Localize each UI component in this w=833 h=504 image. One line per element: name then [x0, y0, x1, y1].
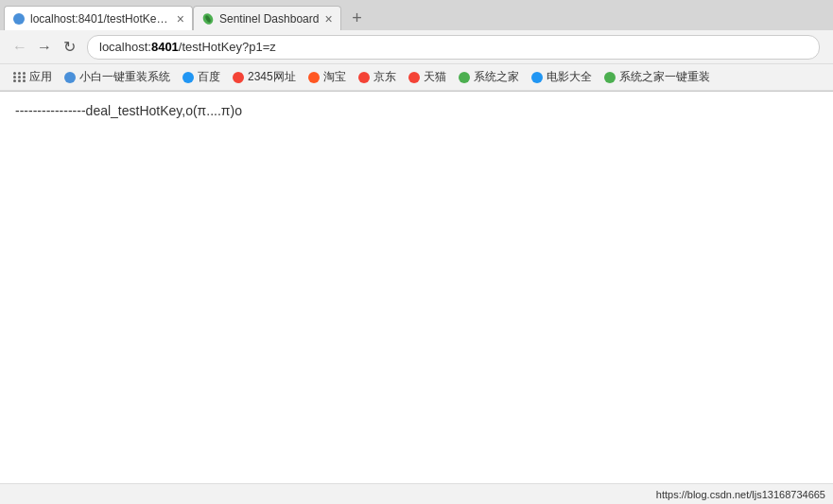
nav-bar: ← → ↻ localhost:8401/testHotKey?p1=z: [0, 30, 833, 64]
bookmark-syszhijia2-icon: [603, 71, 616, 84]
bookmark-xiaobai-icon: [63, 71, 77, 84]
page-main-text: ----------------deal_testHotKey,o(π....π…: [15, 103, 818, 118]
bookmark-baidu-icon: [182, 71, 195, 84]
bookmark-dianying[interactable]: 电影大全: [525, 67, 598, 87]
svg-point-7: [358, 72, 370, 83]
bookmark-tmall-label: 天猫: [424, 69, 446, 85]
bookmark-syszhijia-icon: [458, 71, 471, 84]
bookmark-syszhijia-label: 系统之家: [474, 69, 519, 85]
bookmark-jd-label: 京东: [373, 69, 396, 85]
bookmark-baidu[interactable]: 百度: [176, 67, 226, 87]
tab-title-localhost: localhost:8401/testHotKey?p1: [30, 12, 171, 26]
svg-point-0: [13, 13, 25, 25]
tab-sentinel[interactable]: Sentinel Dashboard ×: [193, 6, 341, 30]
bookmark-dianying-label: 电影大全: [547, 69, 592, 85]
new-tab-button[interactable]: +: [345, 6, 370, 30]
bookmark-jd[interactable]: 京东: [352, 67, 402, 87]
address-url: localhost:8401/testHotKey?p1=z: [99, 40, 276, 54]
address-port: 8401: [151, 40, 179, 54]
bookmark-2345[interactable]: 2345网址: [226, 67, 302, 87]
bookmark-syszhijia2[interactable]: 系统之家一键重装: [598, 67, 716, 87]
tab-localhost[interactable]: localhost:8401/testHotKey?p1 ×: [4, 6, 193, 30]
bookmark-taobao-label: 淘宝: [323, 69, 346, 85]
svg-point-9: [459, 72, 470, 83]
tab-bar: localhost:8401/testHotKey?p1 × Sentinel …: [0, 0, 833, 30]
bookmark-xiaobai[interactable]: 小白一键重装系统: [58, 67, 176, 87]
svg-point-6: [308, 72, 320, 83]
svg-point-10: [531, 72, 543, 83]
tab-close-sentinel[interactable]: ×: [324, 12, 332, 26]
bookmark-dianying-icon: [530, 71, 544, 84]
forward-button[interactable]: →: [32, 35, 57, 60]
bookmark-2345-icon: [232, 71, 245, 84]
apps-icon: [13, 71, 26, 84]
bookmark-taobao-icon: [307, 71, 321, 84]
bookmark-taobao[interactable]: 淘宝: [302, 67, 352, 87]
back-button[interactable]: ←: [8, 35, 32, 60]
address-prefix: localhost:: [99, 40, 151, 54]
address-path: /testHotKey?p1=z: [179, 40, 276, 54]
bookmark-syszhijia2-label: 系统之家一键重装: [619, 69, 710, 85]
address-bar[interactable]: localhost:8401/testHotKey?p1=z: [87, 35, 820, 60]
bookmarks-bar: 应用 小白一键重装系统 百度 2345网址 淘宝: [0, 64, 833, 91]
bookmark-jd-icon: [357, 71, 371, 84]
bookmark-2345-label: 2345网址: [248, 69, 296, 85]
page-content: ----------------deal_testHotKey,o(π....π…: [0, 92, 833, 470]
tab-favicon-localhost: [12, 12, 26, 26]
bookmark-tmall-icon: [408, 71, 421, 84]
bookmark-apps-label: 应用: [29, 69, 52, 85]
bookmark-syszhijia[interactable]: 系统之家: [452, 67, 525, 87]
svg-point-5: [233, 72, 244, 83]
svg-point-11: [604, 72, 616, 83]
bookmark-baidu-label: 百度: [198, 69, 220, 85]
svg-point-3: [64, 72, 76, 83]
tab-title-sentinel: Sentinel Dashboard: [219, 12, 319, 26]
tab-favicon-sentinel: [201, 12, 215, 26]
reload-button[interactable]: ↻: [57, 35, 81, 60]
bookmark-apps[interactable]: 应用: [8, 67, 58, 87]
svg-point-4: [182, 72, 194, 83]
bookmark-xiaobai-label: 小白一键重装系统: [79, 69, 170, 85]
tab-close-localhost[interactable]: ×: [177, 12, 184, 26]
browser-chrome: localhost:8401/testHotKey?p1 × Sentinel …: [0, 0, 833, 92]
svg-point-8: [408, 72, 420, 83]
bookmark-tmall[interactable]: 天猫: [402, 67, 452, 87]
